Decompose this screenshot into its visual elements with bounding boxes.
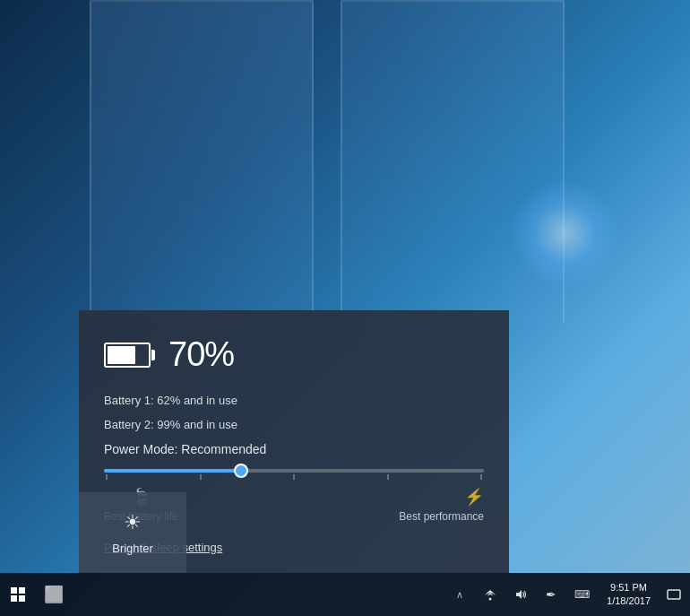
volume-icon[interactable]	[506, 577, 535, 612]
battery2-status: Battery 2: 99% and in use	[104, 418, 484, 431]
slider-label-performance: ⚡ Best performance	[399, 487, 484, 523]
brightness-sun-icon: ☀	[124, 511, 142, 534]
clock-date: 1/18/2017	[607, 594, 651, 608]
pen-icon[interactable]: ✒	[537, 577, 565, 612]
start-button[interactable]	[0, 577, 36, 612]
task-view-button[interactable]: ⬜	[36, 577, 72, 612]
battery-fill-bar	[108, 346, 135, 364]
slider-tick-5	[480, 474, 482, 480]
battery-icon	[104, 343, 151, 368]
power-mode-slider-container[interactable]	[104, 469, 484, 480]
svg-marker-1	[516, 590, 522, 599]
slider-tick-1	[106, 474, 108, 480]
slider-track	[104, 469, 484, 473]
power-mode-label: Power Mode: Recommended	[104, 442, 484, 456]
taskbar: ⬜ ∧ ✒ ⌨ 9:51 PM 1/18/2017	[0, 573, 690, 616]
clock-time: 9:51 PM	[607, 581, 651, 594]
battery-info-section: Battery 1: 62% and in use Battery 2: 99%…	[104, 394, 484, 431]
battery-percentage: 70%	[168, 335, 234, 374]
slider-ticks	[104, 474, 484, 480]
svg-point-0	[489, 598, 492, 601]
system-clock[interactable]: 9:51 PM 1/18/2017	[599, 581, 658, 609]
desktop-decoration-left	[90, 0, 314, 323]
brightness-tile[interactable]: ☀ Brighter	[79, 492, 186, 573]
battery1-status: Battery 1: 62% and in use	[104, 394, 484, 407]
performance-icon: ⚡	[464, 487, 484, 507]
svg-rect-2	[668, 590, 680, 599]
slider-tick-3	[293, 474, 295, 480]
slider-tick-4	[387, 474, 389, 480]
system-tray: ∧ ✒ ⌨	[445, 577, 599, 612]
tray-expand-button[interactable]: ∧	[445, 577, 474, 612]
slider-thumb[interactable]	[234, 464, 248, 478]
brightness-label: Brighter	[112, 542, 153, 555]
windows-logo-icon	[11, 587, 25, 602]
notification-center-button[interactable]	[658, 577, 690, 612]
network-icon[interactable]	[476, 577, 505, 612]
performance-text: Best performance	[399, 510, 484, 523]
slider-fill	[104, 469, 241, 473]
keyboard-icon[interactable]: ⌨	[567, 577, 596, 612]
desktop-glow	[511, 179, 618, 287]
slider-tick-2	[200, 474, 202, 480]
battery-header: 70%	[104, 335, 484, 374]
